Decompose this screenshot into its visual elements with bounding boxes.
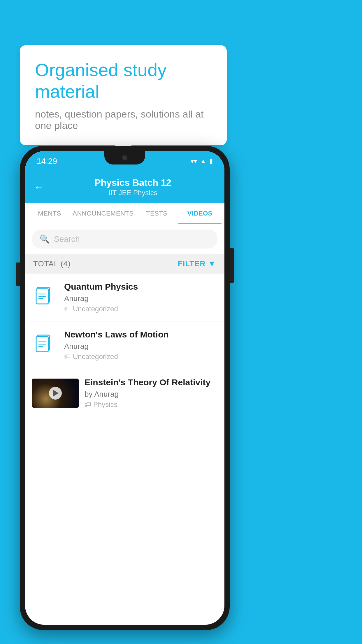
tab-announcements[interactable]: ANNOUNCEMENTS <box>71 203 135 224</box>
video-title: Einstein's Theory Of Relativity <box>85 377 217 387</box>
list-item[interactable]: Newton's Laws of Motion Anurag 🏷 Uncateg… <box>25 321 224 369</box>
camera <box>122 155 127 160</box>
video-list: Quantum Physics Anurag 🏷 Uncategorized <box>25 274 224 417</box>
notch <box>104 151 145 164</box>
wifi-icon: ▾▾ <box>191 158 197 165</box>
search-icon: 🔍 <box>40 234 50 244</box>
video-tag: 🏷 Uncategorized <box>64 305 217 313</box>
tab-bar: MENTS ANNOUNCEMENTS TESTS VIDEOS <box>25 203 224 224</box>
status-time: 14:29 <box>37 157 57 166</box>
file-icon <box>35 286 55 309</box>
file-icon-container <box>32 332 58 358</box>
video-tag: 🏷 Uncategorized <box>64 353 217 361</box>
file-icon-container <box>32 284 58 311</box>
total-count: TOTAL (4) <box>33 259 71 268</box>
status-bar: 14:29 ▾▾ ▲ ▮ <box>25 151 224 172</box>
list-item[interactable]: Quantum Physics Anurag 🏷 Uncategorized <box>25 274 224 321</box>
battery-icon: ▮ <box>209 158 213 165</box>
filter-button[interactable]: FILTER ▼ <box>178 259 216 268</box>
app-header: ← Physics Batch 12 IIT JEE Physics <box>25 172 224 203</box>
tag-label: Uncategorized <box>73 305 118 313</box>
file-icon <box>35 334 55 357</box>
batch-subtitle: IIT JEE Physics <box>50 189 216 197</box>
tab-videos[interactable]: VIDEOS <box>178 203 222 224</box>
play-button[interactable] <box>49 387 62 400</box>
video-author: Anurag <box>64 342 217 351</box>
signal-icon: ▲ <box>200 158 206 165</box>
video-author: by Anurag <box>85 390 217 399</box>
play-icon <box>53 390 59 396</box>
subtext: notes, question papers, solutions all at… <box>35 108 212 131</box>
video-info: Einstein's Theory Of Relativity by Anura… <box>85 377 217 409</box>
search-bar-container: 🔍 Search <box>25 224 224 254</box>
video-title: Quantum Physics <box>64 282 217 292</box>
tab-tests[interactable]: TESTS <box>135 203 178 224</box>
back-button[interactable]: ← <box>34 181 44 193</box>
filter-bar: TOTAL (4) FILTER ▼ <box>25 254 224 274</box>
search-placeholder: Search <box>54 235 80 244</box>
filter-label: FILTER <box>178 259 205 268</box>
phone-screen: 14:29 ▾▾ ▲ ▮ ← Physics Batch 12 IIT JEE … <box>25 151 224 625</box>
list-item[interactable]: Einstein's Theory Of Relativity by Anura… <box>25 369 224 417</box>
headline: Organised study material <box>35 59 212 103</box>
batch-title: Physics Batch 12 <box>50 177 216 188</box>
speech-bubble: Organised study material notes, question… <box>20 45 227 145</box>
phone-mockup: 14:29 ▾▾ ▲ ▮ ← Physics Batch 12 IIT JEE … <box>20 146 230 630</box>
video-thumbnail <box>32 379 79 408</box>
video-info: Quantum Physics Anurag 🏷 Uncategorized <box>64 282 217 313</box>
tag-label: Physics <box>93 400 117 409</box>
video-tag: 🏷 Physics <box>85 400 217 409</box>
video-author: Anurag <box>64 294 217 303</box>
tag-icon: 🏷 <box>64 305 71 313</box>
filter-icon: ▼ <box>208 259 216 268</box>
tag-icon: 🏷 <box>64 353 71 360</box>
tag-label: Uncategorized <box>73 353 118 361</box>
video-info: Newton's Laws of Motion Anurag 🏷 Uncateg… <box>64 330 217 361</box>
tab-ments[interactable]: MENTS <box>28 203 71 224</box>
phone-outer: 14:29 ▾▾ ▲ ▮ ← Physics Batch 12 IIT JEE … <box>20 146 230 630</box>
tag-icon: 🏷 <box>85 401 91 408</box>
speech-bubble-card: Organised study material notes, question… <box>20 45 227 145</box>
video-title: Newton's Laws of Motion <box>64 330 217 340</box>
search-bar[interactable]: 🔍 Search <box>32 230 217 249</box>
status-icons: ▾▾ ▲ ▮ <box>191 158 213 165</box>
header-title-group: Physics Batch 12 IIT JEE Physics <box>50 177 216 197</box>
